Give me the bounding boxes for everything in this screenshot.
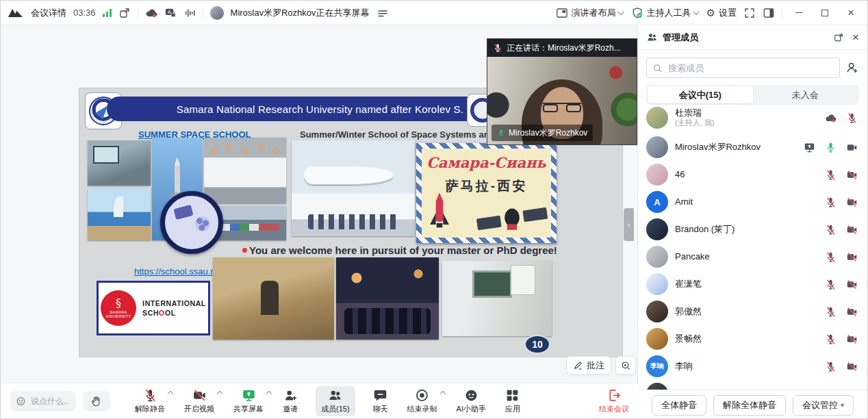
member-row[interactable]: Brandon (莱丁) <box>638 216 867 243</box>
member-row[interactable]: Pancake <box>638 243 867 270</box>
member-status-icons <box>815 224 858 236</box>
close-panel-icon[interactable]: × <box>852 31 859 45</box>
sharing-list-icon[interactable] <box>376 7 389 19</box>
magnifier-plus-icon <box>620 360 631 371</box>
member-search-box[interactable] <box>646 58 840 78</box>
member-row[interactable] <box>638 380 867 390</box>
member-name: 崔潇笔 <box>675 279 702 290</box>
zoom-in-button[interactable] <box>615 356 636 374</box>
member-row[interactable]: 李响 李响 <box>638 353 867 380</box>
share-window-icon[interactable] <box>118 7 131 19</box>
toolbar-item-ai[interactable]: AI小助手 <box>455 386 487 416</box>
member-avatar <box>646 246 668 268</box>
member-search-input[interactable] <box>667 62 834 74</box>
member-avatar <box>646 136 668 158</box>
panel-title: 管理成员 <box>663 31 698 44</box>
raise-hand-icon <box>90 395 103 407</box>
toolbar-item-screen-share[interactable]: 共享屏幕 <box>232 386 265 416</box>
member-avatar: A <box>646 191 668 213</box>
mic-muted-icon <box>825 169 837 181</box>
toolbar-item-members[interactable]: 成员(15) <box>316 386 355 416</box>
expand-caret-icon[interactable] <box>217 390 222 396</box>
caret-down-icon: ▾ <box>841 401 844 409</box>
end-meeting-button[interactable]: 结束会议 <box>599 388 629 414</box>
slide-subtitle: Summer/Winter School of Space Systems an… <box>300 129 502 140</box>
popout-panel-icon[interactable] <box>833 32 844 43</box>
mic-on-icon <box>497 129 505 137</box>
member-row[interactable]: A Amit <box>638 188 867 216</box>
close-button[interactable]: × <box>841 5 860 21</box>
expand-caret-icon[interactable] <box>439 390 445 396</box>
member-row[interactable]: Miroslav米罗Rozhkov <box>638 134 867 161</box>
quick-chat-box[interactable] <box>10 391 76 411</box>
tab-in-meeting[interactable]: 会议中(15) <box>648 86 753 103</box>
fullscreen-icon[interactable] <box>743 7 756 19</box>
toolbar-item-apps[interactable]: 应用 <box>504 386 522 416</box>
toolbar-item-chat[interactable]: 聊天 <box>372 386 390 416</box>
maximize-button[interactable] <box>815 5 834 21</box>
camera-on-icon <box>846 142 858 153</box>
sharer-avatar <box>210 6 224 20</box>
layout-selector[interactable]: 演讲者布局 <box>556 7 624 19</box>
toolbar-item-label: 成员(15) <box>321 404 350 414</box>
space-school-emblem <box>160 191 223 254</box>
audio-settings-icon[interactable] <box>183 7 196 19</box>
side-panel-toggle-icon[interactable] <box>763 7 775 19</box>
quick-chat-input[interactable] <box>29 396 71 407</box>
mute-all-button[interactable]: 全体静音 <box>652 395 706 416</box>
cloud-recording-icon[interactable] <box>145 7 157 19</box>
member-row[interactable]: 崔潇笔 <box>638 270 867 298</box>
mic-muted-icon <box>825 251 837 263</box>
photo-lecture-room <box>442 261 552 336</box>
exit-door-icon <box>607 388 622 403</box>
photo-embankment <box>88 188 151 240</box>
member-name: 李响 <box>675 361 693 372</box>
minimize-button[interactable] <box>789 5 808 21</box>
chevron-down-icon <box>693 8 700 15</box>
member-row[interactable]: 景畅然 <box>638 325 867 353</box>
smiley-icon <box>16 396 26 407</box>
caption-lock-icon[interactable]: A <box>164 7 177 19</box>
signal-strength-icon[interactable] <box>103 9 112 17</box>
mic-muted-icon <box>825 306 837 318</box>
tab-not-joined[interactable]: 未入会 <box>753 86 858 103</box>
settings-button[interactable]: ⚙ 设置 <box>706 7 737 19</box>
raise-hand-button[interactable] <box>83 391 110 411</box>
expand-caret-icon[interactable] <box>168 390 173 396</box>
member-name: Amit <box>675 196 693 207</box>
expand-caret-icon[interactable] <box>266 390 272 396</box>
toolbar-item-cam-muted[interactable]: 开启视频 <box>183 386 216 416</box>
pen-icon <box>573 360 583 370</box>
toolbar-item-label: 共享屏幕 <box>233 404 264 414</box>
toolbar-item-mic-muted[interactable]: 解除静音 <box>133 386 166 416</box>
mic-muted-icon <box>825 333 837 345</box>
shared-screen-stage: Samara National Research University name… <box>1 25 639 384</box>
member-avatar <box>646 218 668 240</box>
host-tools-menu[interactable]: 主持人工具 <box>631 7 700 19</box>
member-row[interactable]: 郭傲然 <box>638 298 867 325</box>
camera-off-icon <box>846 361 858 372</box>
toolbar-item-record[interactable]: 结束录制 <box>406 386 439 416</box>
unmute-all-button[interactable]: 解除全体静音 <box>713 395 786 416</box>
mic-muted-icon <box>493 43 502 53</box>
search-icon <box>652 63 663 73</box>
member-status-icons <box>815 251 858 263</box>
toolbar-item-invite[interactable]: 邀请 <box>281 386 299 416</box>
member-status-icons <box>815 169 858 181</box>
meeting-control-button[interactable]: 会议管控▾ <box>793 395 854 416</box>
slide-page-number: 10 <box>524 335 550 354</box>
speaker-video-thumbnail[interactable]: 正在讲话：Miroslav米罗Rozh... Miroslav米罗Rozhkov <box>487 38 637 145</box>
mic-muted-icon <box>825 224 837 236</box>
member-panel: 管理成员 × 会议中(15) 未入会 杜崇瑞 (主持人, 我) <box>637 25 867 419</box>
add-member-icon[interactable] <box>845 61 859 75</box>
annotate-button[interactable]: 批注 <box>566 356 611 374</box>
member-row[interactable]: 杜崇瑞 (主持人, 我) <box>638 102 867 134</box>
member-name: 杜崇瑞 <box>675 107 714 118</box>
member-status-icons <box>815 306 858 318</box>
sidebar-collapse-handle[interactable]: ‹ <box>624 208 634 241</box>
toolbar-item-label: 应用 <box>505 404 520 414</box>
svg-text:A: A <box>167 9 170 14</box>
member-row[interactable]: 46 <box>638 161 867 188</box>
app-logo-icon <box>8 8 24 18</box>
meeting-details-link[interactable]: 会议详情 <box>31 7 66 19</box>
